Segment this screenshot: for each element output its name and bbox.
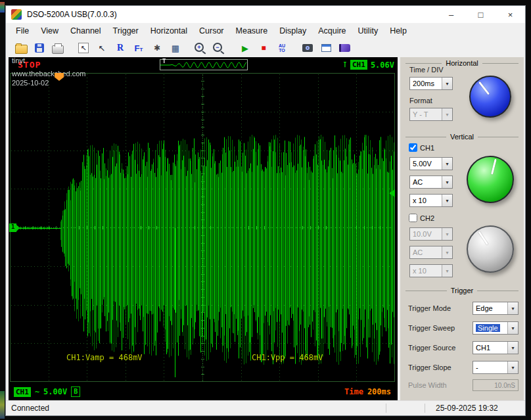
graticule-area: 1 CH1:Vamp = 468mV CH1:Vpp = 468mV [10,73,395,382]
stop-button[interactable]: ■ [255,40,272,56]
panel-layout-button[interactable] [317,40,335,56]
time-label: Time [344,387,363,396]
coupling-symbol: ~ [35,387,39,396]
trigger-source-label: Trigger Source [408,344,455,352]
app-window: DSO-5200A USB(7.0.0.3) – □ × File View C… [5,5,526,416]
waveform-canvas [10,73,395,382]
trigger-sweep-select[interactable]: Single ▾ [473,321,519,335]
close-button[interactable]: × [496,6,525,23]
channel1-badge: CH1 [350,60,367,70]
ch1-position-knob[interactable] [467,156,514,203]
waveform-preview[interactable] [160,59,248,70]
menu-file[interactable]: File [10,24,35,37]
desktop-fragment-top [0,2,5,12]
app-icon [11,9,22,20]
ch2-coupling-select[interactable]: AC ▾ [409,246,453,259]
watermark-line3: 2025-10-02 [12,79,49,87]
chevron-down-icon: ▾ [507,322,518,334]
horizontal-knob[interactable] [469,76,511,118]
knob-pointer [478,82,490,95]
help-book-icon [339,44,350,52]
ch2-probe-select[interactable]: x 10 ▾ [409,264,453,277]
display-grid-button[interactable]: ▦ [167,40,184,56]
menu-horizontal[interactable]: Horizontal [145,24,193,37]
minimize-button[interactable]: – [436,6,466,23]
ch2-checkbox-label[interactable]: CH2 [409,214,434,222]
ch1-coupling-select[interactable]: AC ▾ [409,175,453,189]
pulse-width-input[interactable]: 10.0nS [473,379,519,391]
statusbar: Connected 25-09-2025 19:32 [6,400,525,415]
volts-per-div: 5.00V [43,387,67,396]
open-folder-icon [15,45,28,54]
pointer-button[interactable]: ↖ [93,40,110,56]
select-cursor-icon: ↖ [78,43,88,53]
titlebar[interactable]: DSO-5200A USB(7.0.0.3) – □ × [6,6,525,23]
ch1-probe-select[interactable]: x 10 ▾ [409,194,453,207]
zoom-out-icon: − [213,43,222,52]
snapshot-button[interactable] [299,40,316,56]
watermark-line2: www.thebackshed.com [12,70,86,78]
chevron-down-icon: ▾ [442,158,452,170]
scope-bottom-bar: CH1 ~ 5.00V B Time 200ms [9,383,398,400]
format-label: Format [409,97,432,105]
channel1-voltage: 5.06V [371,60,394,70]
group-vertical: Vertical [405,133,519,141]
ch1-checkbox-label[interactable]: CH1 [409,143,434,152]
menu-view[interactable]: View [35,24,64,37]
ch2-checkbox[interactable] [409,214,417,222]
menu-trigger[interactable]: Trigger [107,24,145,37]
window-layout-icon [321,44,331,52]
camera-icon [302,44,313,52]
ch1-volts-select[interactable]: 5.00V ▾ [409,157,453,170]
maximize-button[interactable]: □ [466,6,496,23]
refresh-button[interactable]: R [112,40,129,56]
watermark-line1: tinyt [12,57,25,64]
measure-icon: ✱ [154,43,160,53]
chevron-down-icon: ▾ [442,108,452,120]
format-select[interactable]: Y - T ▾ [409,108,453,121]
preview-canvas [160,60,247,70]
menu-display[interactable]: Display [273,24,312,37]
knob-pointer [490,159,496,175]
display-grid-icon: ▦ [172,43,179,53]
ground-marker[interactable]: 1 [9,223,16,232]
chevron-down-icon: ▾ [442,228,452,240]
trigger-level-marker[interactable] [389,189,395,197]
chevron-down-icon: ▾ [507,302,518,314]
autoset-button[interactable]: AUTO [273,40,290,56]
save-floppy-icon [35,43,44,53]
stop-icon: ■ [261,43,266,53]
menu-utility[interactable]: Utility [352,24,384,37]
menu-channel[interactable]: Channel [64,24,107,37]
trigger-slope-label: Trigger Slope [408,363,451,371]
zoom-in-icon: + [195,43,204,52]
control-panel: Horizontal Time / DIV 200ms ▾ Format Y -… [400,57,524,400]
ch2-volts-select[interactable]: 10.0V ▾ [409,227,453,241]
pulse-width-label: Pulse Width [408,381,447,389]
toolbar: ↖ ↖ R FT ✱ ▦ + − ▶ ■ AUTO [6,39,525,57]
menu-cursor[interactable]: Cursor [193,24,230,37]
zoom-in-button[interactable]: + [193,40,210,56]
run-button[interactable]: ▶ [237,40,254,56]
trigger-slope-select[interactable]: - ▾ [473,361,519,374]
save-button[interactable] [31,40,48,56]
print-button[interactable] [49,40,66,56]
select-cursor-button[interactable]: ↖ [75,40,92,56]
open-file-button[interactable] [12,40,30,56]
chevron-down-icon: ▾ [442,176,452,188]
zoom-out-button[interactable]: − [211,40,228,56]
trigger-sweep-label: Trigger Sweep [408,324,455,332]
trigger-mode-select[interactable]: Edge ▾ [473,302,519,315]
fft-button[interactable]: FT [130,40,147,56]
measure-button[interactable]: ✱ [149,40,166,56]
menu-measure[interactable]: Measure [230,24,274,37]
time-div-select[interactable]: 200ms ▾ [409,77,453,90]
help-button[interactable] [336,40,353,56]
menu-help[interactable]: Help [384,24,413,37]
menu-acquire[interactable]: Acquire [312,24,352,37]
ch2-position-knob[interactable] [467,225,514,273]
ch1-checkbox[interactable] [409,143,417,152]
printer-icon [52,45,64,54]
trigger-source-select[interactable]: CH1 ▾ [473,341,519,354]
chevron-down-icon: ▾ [507,362,518,373]
